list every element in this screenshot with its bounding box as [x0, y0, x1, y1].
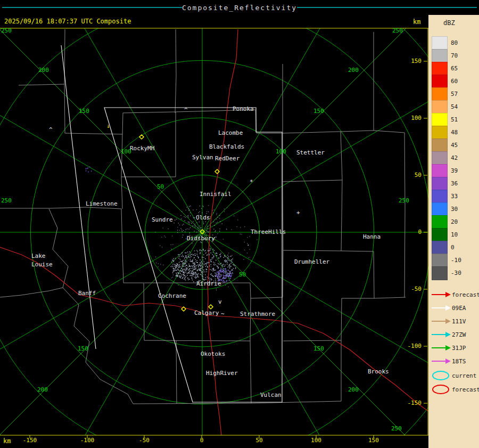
point-marker: ^: [184, 107, 188, 113]
ring-distance-label: 150: [79, 108, 89, 114]
title-bar: Composite_Reflectivity: [0, 0, 479, 15]
timestamp-label: 2025/09/16 18:07:37 UTC Composite: [4, 18, 131, 25]
legend-label: 111V: [452, 318, 466, 325]
city-label: Stettler: [296, 150, 325, 156]
city-label: Hanna: [363, 234, 381, 240]
bottom-axis-label: 100: [305, 437, 327, 443]
legend-label: 18TS: [452, 358, 466, 365]
point-marker: ·: [246, 242, 250, 248]
legend-arrow-icon: [431, 357, 452, 365]
city-label: Louise: [31, 262, 53, 267]
ring-distance-label: 150: [313, 108, 324, 114]
ring-distance-label: 250: [1, 28, 12, 34]
ring-distance-label: 200: [348, 387, 359, 393]
azimuth-spoke: [0, 232, 202, 397]
legend-arrow-icon: [431, 331, 452, 338]
azimuth-spoke: [0, 0, 202, 232]
city-label: Limestone: [86, 201, 118, 207]
city-label: Okotoks: [201, 351, 225, 357]
bottom-axis-label: -50: [134, 437, 155, 443]
right-axis-label: 100: [403, 115, 422, 121]
legend-label: 27ZW: [452, 331, 466, 338]
radar-map[interactable]: PonokaLacombeBlackfaldsSylvanRedDeerRock…: [0, 0, 479, 448]
city-label: Olds: [196, 215, 210, 221]
city-label: Banff: [78, 290, 96, 296]
azimuth-spoke: [37, 0, 202, 232]
legend: forecast09EA111V27ZW31JP18TScurrentforec…: [428, 15, 479, 448]
county-boundary: [19, 29, 65, 85]
city-label: Ponoka: [233, 106, 254, 112]
legend-label: forecast: [452, 386, 479, 393]
city-label: Calgary: [194, 310, 219, 316]
right-axis-label: 0: [403, 229, 422, 235]
legend-arrow-icon: [431, 304, 452, 312]
right-axis-label: -100: [403, 343, 422, 349]
ring-distance-label: 250: [392, 28, 403, 34]
city-label: Brooks: [368, 369, 389, 374]
legend-label: 31JP: [452, 345, 466, 352]
km-unit-top: km: [413, 18, 420, 26]
ring-distance-label: 150: [78, 346, 88, 352]
point-marker: ~: [221, 311, 225, 317]
point-marker: v: [218, 299, 222, 305]
point-marker: ^: [49, 127, 53, 133]
right-axis-label: -50: [403, 286, 422, 292]
city-label: Blackfalds: [209, 144, 244, 150]
bottom-axis-label: 50: [249, 437, 270, 443]
azimuth-spoke: [0, 232, 202, 448]
city-label: Drumheller: [294, 259, 329, 265]
legend-arrow-icon: [431, 291, 452, 298]
ring-distance-label: 250: [399, 198, 409, 203]
ring-distance-label: 50: [239, 272, 246, 278]
bottom-axis-label: -150: [19, 437, 40, 443]
county-boundary: [121, 112, 176, 177]
county-boundary: [283, 340, 341, 401]
county-boundary: [121, 209, 123, 283]
echo-dots: [86, 167, 258, 291]
ring-distance-label: 150: [313, 346, 324, 352]
ring-distance-label: 200: [37, 387, 48, 393]
point-marker: *: [250, 179, 253, 185]
county-boundary: [255, 64, 283, 133]
county-boundary: [404, 133, 405, 297]
city-label: Didsbury: [187, 235, 215, 241]
window-title: Composite_Reflectivity: [0, 4, 479, 12]
legend-ellipse-icon: [431, 370, 452, 381]
ring-distance-label: 100: [276, 149, 286, 154]
legend-label: current: [452, 372, 476, 379]
city-label: Lacombe: [218, 130, 243, 136]
ring-distance-label: 200: [38, 67, 49, 73]
ring-distance-label: 200: [348, 67, 359, 73]
city-label: RockyMH: [130, 145, 154, 151]
radar-app-window: PonokaLacombeBlackfaldsSylvanRedDeerRock…: [0, 0, 479, 448]
city-label: Sylvan: [192, 154, 213, 160]
city-label: HighRiver: [206, 370, 238, 376]
highway: [208, 315, 428, 411]
radar-site-marker: [209, 305, 213, 309]
county-boundary: [0, 207, 121, 209]
county-boundary: [175, 29, 176, 113]
city-label: Lake: [31, 253, 46, 259]
city-label: Strathmore: [240, 311, 275, 317]
city-label: Vulcan: [260, 392, 282, 398]
city-label: Sundre: [152, 217, 173, 223]
right-axis-label: 50: [403, 172, 422, 178]
county-boundary: [250, 341, 251, 403]
bottom-axis-label: 0: [191, 437, 212, 443]
bottom-axis-label: 150: [363, 437, 384, 443]
coverage-line: [61, 45, 96, 349]
county-boundary: [121, 134, 122, 209]
legend-label: forecast: [452, 291, 479, 298]
city-label: ThreeHills: [251, 229, 286, 235]
city-label: Airdrie: [196, 281, 221, 287]
point-marker: ↓: [106, 123, 110, 129]
county-boundary: [176, 341, 177, 404]
county-boundary: [0, 288, 63, 297]
radar-map-canvas[interactable]: [0, 0, 479, 448]
county-boundary: [64, 84, 122, 134]
ring-distance-label: 250: [391, 426, 402, 431]
city-label: Cochrane: [158, 293, 186, 299]
county-boundary: [341, 131, 404, 133]
city-label: Innisfail: [200, 191, 232, 197]
point-marker: +: [296, 210, 300, 216]
